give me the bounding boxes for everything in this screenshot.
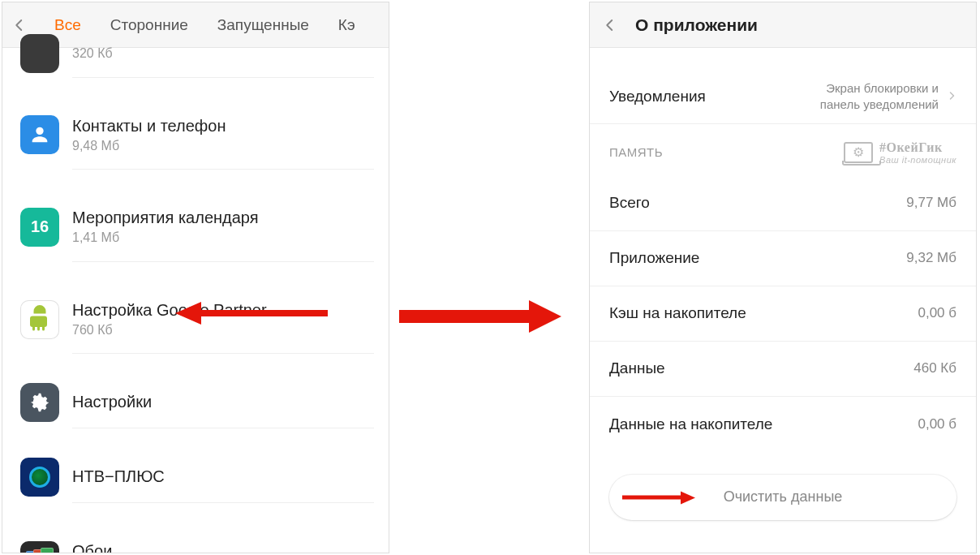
header: О приложении xyxy=(590,2,976,48)
row-label: Данные на накопителе xyxy=(609,415,772,433)
laptop-icon xyxy=(844,142,873,163)
apps-list: 320 Кб Контакты и телефон 9,48 Мб 16 Мер… xyxy=(2,19,389,553)
app-row-wallpaper[interactable]: Обои 33,39 Мб xyxy=(2,514,389,553)
app-icon xyxy=(20,34,59,73)
app-title: НТВ−ПЛЮС xyxy=(72,466,374,488)
annotation-arrow-icon xyxy=(622,488,695,506)
notifications-value: Экран блокировки и панель уведомлений xyxy=(820,80,939,112)
chevron-right-icon xyxy=(947,86,956,107)
app-row-contacts[interactable]: Контакты и телефон 9,48 Мб xyxy=(2,89,389,182)
screen-applications-list: Все Сторонние Запущенные Кэ 320 Кб Конта… xyxy=(2,2,389,553)
clear-data-button[interactable]: Очистить данные xyxy=(609,475,956,520)
row-label: Кэш на накопителе xyxy=(609,304,746,322)
row-value: 0,00 б xyxy=(918,305,956,321)
app-size: 320 Кб xyxy=(72,45,374,62)
row-data-storage[interactable]: Данные на накопителе 0,00 б xyxy=(590,397,976,452)
row-notifications[interactable]: Уведомления Экран блокировки и панель ув… xyxy=(590,69,976,124)
row-value: 9,77 Мб xyxy=(906,195,956,211)
clear-button-label: Очистить данные xyxy=(724,488,843,506)
row-value: 0,00 б xyxy=(918,416,956,432)
row-app[interactable]: Приложение 9,32 Мб xyxy=(590,231,976,286)
back-icon[interactable] xyxy=(12,15,40,36)
app-size: 1,41 Мб xyxy=(72,229,374,247)
row-label: Данные xyxy=(609,359,665,377)
row-value: 460 Кб xyxy=(913,360,956,376)
watermark: #ОкейГик Ваш it-помощник xyxy=(844,140,956,165)
app-title: Обои xyxy=(72,540,374,553)
app-row-ntv[interactable]: НТВ−ПЛЮС xyxy=(2,440,389,514)
notifications-label: Уведомления xyxy=(609,88,706,105)
contacts-icon xyxy=(20,115,59,154)
row-label: Всего xyxy=(609,194,650,212)
app-title: Контакты и телефон xyxy=(72,115,374,137)
calendar-icon: 16 xyxy=(20,208,59,247)
ntv-icon xyxy=(20,458,59,497)
row-value: 9,32 Мб xyxy=(906,250,956,266)
row-total[interactable]: Всего 9,77 Мб xyxy=(590,176,976,231)
page-title: О приложении xyxy=(635,15,758,35)
screen-app-info: О приложении Уведомления Экран блокировк… xyxy=(589,2,977,553)
app-title: Мероприятия календаря xyxy=(72,207,374,229)
wallpaper-icon xyxy=(20,541,59,553)
annotation-arrow-left-icon xyxy=(175,300,329,325)
back-icon[interactable] xyxy=(603,15,630,36)
android-icon xyxy=(20,300,59,339)
app-row-calendar[interactable]: 16 Мероприятия календаря 1,41 Мб xyxy=(2,181,389,273)
row-data[interactable]: Данные 460 Кб xyxy=(590,342,976,397)
app-row-settings[interactable]: Настройки xyxy=(2,365,389,440)
row-cache[interactable]: Кэш на накопителе 0,00 б xyxy=(590,286,976,342)
row-label: Приложение xyxy=(609,249,699,267)
app-title: Настройки xyxy=(72,391,374,413)
annotation-arrow-right-icon xyxy=(399,300,570,333)
app-size: 9,48 Мб xyxy=(72,137,374,155)
gear-icon xyxy=(20,383,59,422)
section-memory: ПАМЯТЬ #ОкейГик Ваш it-помощник xyxy=(590,124,976,176)
